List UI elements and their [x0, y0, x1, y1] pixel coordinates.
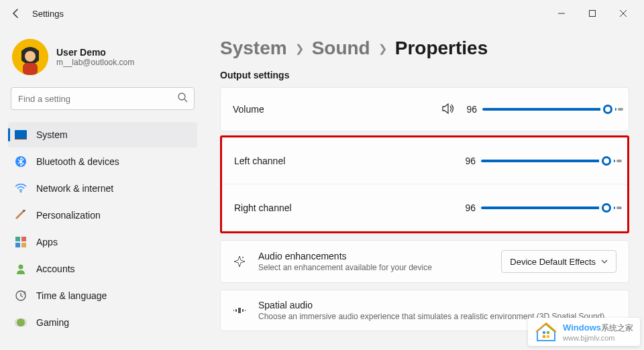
bluetooth-icon	[15, 156, 27, 168]
volume-value: 96	[462, 104, 477, 115]
volume-row: Volume 96	[221, 88, 629, 131]
svg-point-19	[242, 257, 244, 258]
system-icon	[15, 129, 27, 141]
breadcrumb: System ❯ Sound ❯ Properties	[220, 38, 629, 59]
svg-rect-1	[590, 11, 596, 17]
nav-item-bluetooth[interactable]: Bluetooth & devices	[8, 149, 197, 174]
svg-rect-24	[245, 310, 246, 311]
spatial-icon	[233, 304, 246, 317]
nav-label: Gaming	[36, 317, 69, 328]
titlebar: Settings	[0, 0, 644, 27]
minimize-icon	[558, 10, 565, 17]
back-button[interactable]	[5, 3, 27, 24]
gaming-icon	[15, 316, 27, 329]
nav-label: Accounts	[36, 264, 75, 274]
enhancements-desc: Select an enhancement available for your…	[258, 263, 489, 272]
svg-rect-22	[242, 309, 244, 312]
chevron-right-icon: ❯	[378, 42, 387, 55]
nav-item-network[interactable]: Network & internet	[8, 176, 197, 201]
content: System ❯ Sound ❯ Properties Output setti…	[205, 27, 644, 350]
close-button[interactable]	[608, 3, 639, 24]
volume-label: Volume	[233, 104, 264, 115]
maximize-button[interactable]	[577, 3, 608, 24]
svg-point-15	[19, 265, 23, 270]
close-icon	[620, 10, 627, 17]
right-channel-slider[interactable]	[481, 207, 615, 209]
svg-rect-20	[238, 308, 241, 313]
search-wrap	[11, 87, 195, 110]
svg-rect-21	[235, 309, 237, 312]
left-channel-label: Left channel	[234, 156, 285, 166]
user-name: User Demo	[56, 47, 134, 58]
svg-rect-11	[15, 237, 20, 241]
dropdown-value: Device Default Effects	[510, 257, 596, 267]
channels-card: Left channel 96 Right channel 96	[220, 135, 629, 233]
volume-slider[interactable]	[482, 108, 616, 111]
svg-rect-8	[15, 138, 27, 139]
svg-rect-23	[233, 310, 234, 311]
sidebar: User Demo m__lab@outlook.com System Blue…	[0, 27, 205, 350]
crumb-sound[interactable]: Sound	[312, 38, 370, 59]
svg-line-6	[184, 99, 187, 102]
enhancements-card: Audio enhancements Select an enhancement…	[220, 240, 629, 283]
svg-rect-7	[15, 130, 27, 138]
apps-icon	[15, 236, 27, 248]
window-controls	[546, 3, 639, 24]
svg-rect-4	[23, 63, 38, 75]
right-channel-value: 96	[461, 202, 476, 213]
svg-text:文: 文	[23, 290, 26, 295]
sparkle-icon	[233, 255, 246, 268]
search-input[interactable]	[11, 87, 195, 110]
nav-item-gaming[interactable]: Gaming	[8, 310, 197, 335]
svg-rect-27	[543, 335, 545, 338]
left-channel-slider[interactable]	[481, 160, 615, 162]
svg-rect-28	[547, 335, 549, 338]
nav-item-accounts[interactable]: Accounts	[8, 256, 197, 282]
avatar	[12, 39, 48, 75]
right-channel-label: Right channel	[234, 202, 292, 213]
nav-label: Time & language	[36, 290, 107, 301]
enhancements-dropdown[interactable]: Device Default Effects	[501, 250, 616, 273]
maximize-icon	[589, 10, 596, 17]
nav: System Bluetooth & devices Network & int…	[8, 122, 197, 335]
wm-brand: Windows	[563, 323, 601, 333]
nav-label: System	[36, 129, 68, 140]
speaker-icon[interactable]	[442, 103, 455, 117]
enhancements-title: Audio enhancements	[258, 251, 489, 261]
nav-item-personalization[interactable]: Personalization	[8, 202, 197, 228]
nav-label: Apps	[36, 237, 58, 247]
right-channel-row: Right channel 96	[222, 184, 627, 231]
nav-label: Network & internet	[36, 183, 113, 194]
wm-sub: 系统之家	[601, 323, 633, 333]
nav-item-system[interactable]: System	[8, 122, 197, 148]
person-icon	[15, 263, 27, 275]
crumb-properties: Properties	[395, 38, 488, 59]
user-email: m__lab@outlook.com	[56, 58, 134, 67]
volume-card: Volume 96	[220, 87, 629, 131]
section-title: Output settings	[220, 70, 629, 80]
wm-url: www.bjjmlv.com	[563, 334, 633, 342]
svg-point-10	[20, 191, 22, 193]
svg-point-3	[25, 51, 36, 62]
svg-rect-25	[543, 331, 545, 334]
house-icon	[535, 322, 557, 342]
user-block[interactable]: User Demo m__lab@outlook.com	[8, 32, 197, 87]
watermark: Windows系统之家 www.bjjmlv.com	[528, 318, 640, 346]
arrow-left-icon	[11, 8, 21, 19]
nav-item-time[interactable]: 文 Time & language	[8, 283, 197, 308]
svg-rect-12	[21, 237, 26, 241]
minimize-button[interactable]	[546, 3, 577, 24]
left-channel-value: 96	[461, 156, 476, 166]
brush-icon	[15, 209, 27, 221]
wifi-icon	[15, 182, 27, 194]
svg-rect-14	[21, 243, 26, 247]
svg-rect-26	[547, 331, 549, 334]
crumb-system[interactable]: System	[220, 38, 287, 59]
chevron-right-icon: ❯	[295, 42, 304, 55]
chevron-down-icon	[601, 259, 608, 264]
left-channel-row: Left channel 96	[222, 137, 627, 184]
nav-item-apps[interactable]: Apps	[8, 229, 197, 255]
nav-label: Personalization	[36, 210, 101, 221]
nav-label: Bluetooth & devices	[36, 156, 119, 167]
svg-rect-13	[15, 243, 20, 247]
